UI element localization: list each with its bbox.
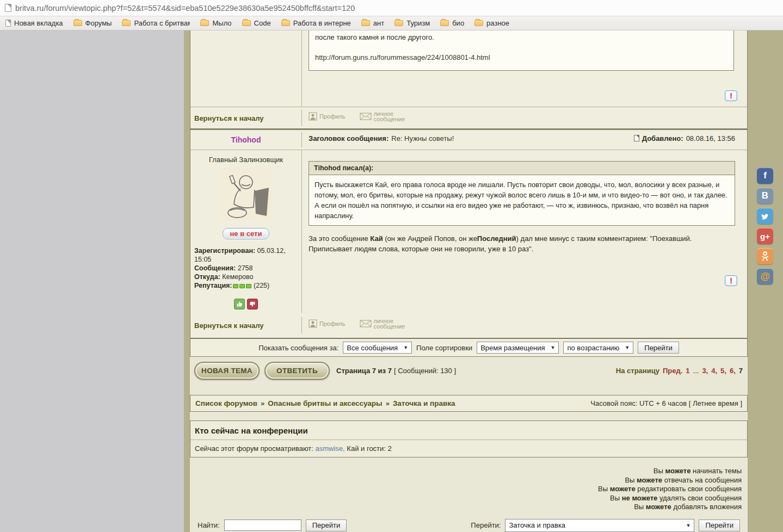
- breadcrumb-category[interactable]: Опасные бритвы и аксессуары: [268, 399, 382, 407]
- pagination: На страницу Пред. 1 ... 3, 4, 5, 6, 7: [616, 367, 743, 375]
- at-sign-icon: @: [760, 271, 770, 282]
- quote-author: Tihohod писал(а):: [309, 161, 735, 175]
- google-plus-icon: g+: [760, 232, 770, 241]
- controls-go-button[interactable]: Перейти: [638, 342, 679, 354]
- bookmark-folder-ant[interactable]: ант: [361, 19, 384, 27]
- report-post-button[interactable]: !: [725, 275, 737, 286]
- twitter-bird-icon: [760, 212, 770, 220]
- prev-page-link[interactable]: Пред.: [663, 367, 682, 375]
- from-line: Откуда: Кемерово: [194, 273, 298, 281]
- folder-icon: [474, 20, 483, 26]
- bookmark-folder-code[interactable]: Code: [242, 19, 271, 27]
- person-icon: [309, 112, 317, 121]
- odnoklassniki-icon: [761, 251, 769, 261]
- new-topic-button[interactable]: НОВАЯ ТЕМА: [194, 362, 260, 380]
- messages-line: Сообщения: 2758: [194, 264, 298, 273]
- post1-footer-left: Вернуться к началу: [190, 110, 302, 126]
- user-avatar: [219, 168, 273, 221]
- post2-user-info: Главный Залинзовщик не в сети: [190, 150, 302, 313]
- find-label: Найти:: [198, 521, 220, 529]
- bookmark-folder-bio[interactable]: био: [440, 19, 464, 27]
- back-to-top-link[interactable]: Вернуться к началу: [194, 321, 264, 330]
- search-go-button[interactable]: Перейти: [306, 519, 347, 531]
- post2-username-cell: Tihohod: [190, 132, 302, 147]
- forum-permissions: Вы можете начинать темы Вы можете отвеча…: [190, 467, 748, 512]
- search-input[interactable]: [224, 519, 301, 531]
- bookmark-folder-razors[interactable]: Работа с бритвам: [122, 19, 190, 27]
- bookmark-folder-misc[interactable]: разное: [474, 19, 509, 27]
- mailru-share-button[interactable]: @: [757, 268, 773, 284]
- back-to-top-link[interactable]: Вернуться к началу: [194, 114, 264, 122]
- page-link-5[interactable]: 5,: [720, 367, 726, 375]
- thumbs-down-button[interactable]: [247, 299, 258, 310]
- post1-footer-right: Профиль личноесообщение: [302, 111, 747, 125]
- bookmark-folder-forums[interactable]: Форумы: [73, 19, 112, 27]
- bookmark-folder-internet-work[interactable]: Работа в интерне: [281, 19, 351, 27]
- permission-line: Вы не можете удалять свои сообщения: [190, 494, 742, 503]
- profile-button[interactable]: Профиль: [309, 112, 346, 121]
- odnoklassniki-share-button[interactable]: [757, 248, 773, 264]
- document-icon: [634, 135, 639, 141]
- reply-button[interactable]: ОТВЕТИТЬ: [264, 362, 330, 380]
- private-message-button[interactable]: личноесообщение: [360, 318, 405, 329]
- reputation-square: [233, 284, 238, 288]
- google-plus-share-button[interactable]: g+: [757, 228, 773, 244]
- posted-label: Добавлено:: [642, 134, 683, 143]
- page-link-1[interactable]: 1: [686, 367, 689, 375]
- page-link-4[interactable]: 4,: [711, 367, 717, 375]
- twitter-share-button[interactable]: [757, 208, 773, 224]
- page-link-3[interactable]: 3,: [702, 367, 708, 375]
- post1-quote-line: после такого камня и после другого.: [315, 33, 727, 41]
- private-message-button[interactable]: личноесообщение: [360, 111, 405, 122]
- show-posts-select[interactable]: Все сообщения▼: [343, 342, 412, 354]
- post1-footer: Вернуться к началу Профиль личноесообщен…: [190, 107, 747, 128]
- posts-table: после такого камня и после другого. http…: [190, 30, 748, 357]
- folder-icon: [122, 20, 131, 26]
- pagination-ellipsis: ...: [693, 367, 699, 375]
- vkontakte-share-button[interactable]: В: [757, 188, 773, 204]
- envelope-icon: [360, 320, 372, 327]
- subject-link[interactable]: Re: Нужны советы!: [391, 134, 454, 143]
- left-gutter: [0, 30, 184, 532]
- sort-order-select[interactable]: по возрастанию▼: [563, 342, 633, 354]
- post2-footer-right: Профиль личноесообщение: [302, 318, 747, 332]
- breadcrumb-forum-index[interactable]: Список форумов: [195, 399, 257, 407]
- bookmark-folder-soap[interactable]: Мыло: [200, 19, 231, 27]
- display-controls: Показать сообщения за: Все сообщения▼ По…: [190, 338, 747, 356]
- page-link-6[interactable]: 6,: [730, 367, 736, 375]
- facebook-share-button[interactable]: f: [757, 168, 773, 184]
- online-user-kai[interactable]: Кай: [347, 444, 359, 453]
- report-post-button[interactable]: !: [725, 90, 737, 101]
- jump-go-button[interactable]: Перейти: [699, 519, 740, 531]
- posted-time: 08.08.16, 13:56: [686, 134, 735, 143]
- sort-field-select[interactable]: Время размещения▼: [477, 342, 559, 354]
- post-row: после такого камня и после другого. http…: [190, 30, 747, 107]
- breadcrumb-forum[interactable]: Заточка и правка: [393, 399, 455, 407]
- online-status-badge[interactable]: не в сети: [223, 228, 270, 239]
- thumbs-up-button[interactable]: [234, 299, 245, 310]
- post2-body: Главный Залинзовщик не в сети: [190, 150, 747, 313]
- breadcrumb: Список форумов » Опасные бритвы и аксесс…: [190, 395, 748, 412]
- profile-button[interactable]: Профиль: [309, 319, 346, 328]
- chevron-down-icon: ▼: [625, 345, 630, 350]
- permission-line: Вы можете редактировать свои сообщения: [190, 485, 742, 494]
- post1-message-cell: после такого камня и после другого. http…: [302, 30, 747, 107]
- post2-subject-cell: Заголовок сообщения: Re: Нужны советы! Д…: [302, 134, 747, 146]
- bookmark-folder-tourism[interactable]: Туризм: [394, 19, 430, 27]
- chevron-down-icon: ▼: [686, 523, 691, 528]
- social-share-bar: f В g+ @: [757, 168, 773, 288]
- subject-label: Заголовок сообщения:: [309, 134, 389, 143]
- external-link-guns-forum[interactable]: http://forum.guns.ru/forummessage/224/10…: [315, 53, 727, 61]
- footer-controls: Найти: Перейти Перейти: Заточка и правка…: [190, 519, 748, 532]
- reputation-square: [239, 284, 245, 288]
- forum-jump-select[interactable]: Заточка и правка▼: [505, 519, 694, 532]
- spacer: [315, 41, 727, 53]
- username-link[interactable]: Tihohod: [194, 135, 298, 144]
- jump-group: Перейти: Заточка и правка▼ Перейти: [471, 519, 740, 532]
- topic-actions: НОВАЯ ТЕМА ОТВЕТИТЬ Страница 7 из 7[ Соо…: [190, 361, 748, 380]
- chevron-down-icon: ▼: [403, 345, 408, 350]
- online-user-asmwise[interactable]: asmwise,: [316, 444, 345, 453]
- address-bar[interactable]: britva.ru/forum/viewtopic.php?f=52&t=557…: [0, 0, 783, 16]
- thumbs-down-icon: [249, 300, 256, 308]
- bookmark-new-tab[interactable]: Новая вкладка: [5, 19, 63, 27]
